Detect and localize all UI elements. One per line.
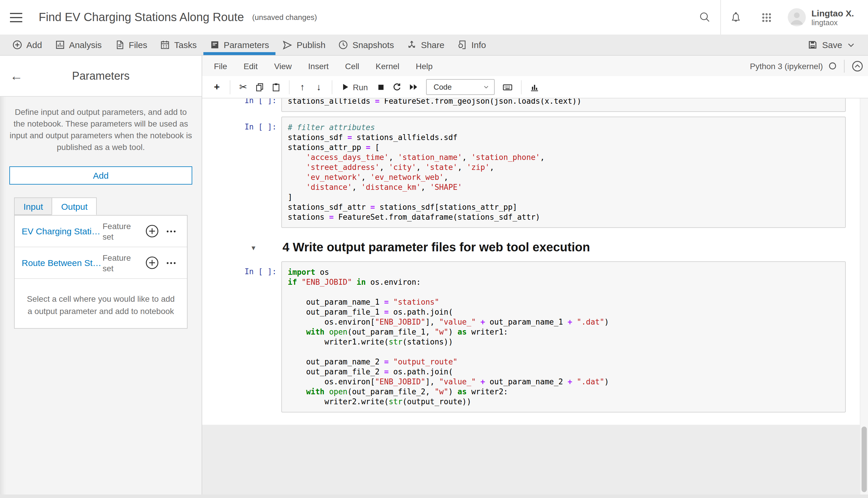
share-icon bbox=[407, 40, 417, 50]
ribbon-item-parameters[interactable]: Parameters bbox=[203, 35, 275, 55]
keyboard-icon bbox=[502, 82, 513, 92]
stop-icon bbox=[377, 83, 385, 91]
code-cell[interactable]: In [ ]:stations_allfields = FeatureSet.f… bbox=[237, 99, 846, 112]
ribbon-item-info[interactable]: Info bbox=[451, 35, 492, 55]
parameter-name-link[interactable]: EV Charging Stati… bbox=[22, 226, 103, 236]
sidebar-helper-text: Select a cell where you would like to ad… bbox=[25, 293, 177, 317]
menu-edit[interactable]: Edit bbox=[235, 61, 266, 70]
menu-file[interactable]: File bbox=[206, 61, 235, 70]
hamburger-menu-icon[interactable] bbox=[0, 0, 32, 35]
notebook-scrollbar[interactable] bbox=[860, 99, 868, 498]
parameter-type: Feature set bbox=[103, 252, 140, 273]
run-label: Run bbox=[353, 82, 368, 92]
ribbon-item-label: Info bbox=[471, 40, 486, 50]
markdown-cell[interactable]: ▼4 Write output parameter files for web … bbox=[237, 233, 846, 261]
notebook-page: In [ ]:stations_allfields = FeatureSet.f… bbox=[202, 99, 860, 425]
add-to-notebook-icon[interactable] bbox=[145, 224, 159, 238]
app-launcher-button[interactable] bbox=[751, 0, 781, 35]
kernel-divider bbox=[844, 60, 844, 73]
save-label: Save bbox=[822, 40, 842, 50]
ribbon-item-tasks[interactable]: Tasks bbox=[154, 35, 203, 55]
analysis-tools-button[interactable] bbox=[527, 79, 542, 95]
fast-forward-icon bbox=[409, 83, 418, 91]
parameter-row: Route Between St…Feature set bbox=[15, 247, 187, 279]
notebook-toolbar: + ✂ ↑ ↓ Run Code bbox=[202, 76, 868, 99]
ribbon-item-publish[interactable]: Publish bbox=[275, 35, 332, 55]
move-cell-up-button[interactable]: ↑ bbox=[295, 79, 310, 95]
cell-type-value: Code bbox=[433, 83, 452, 91]
ribbon-item-files[interactable]: Files bbox=[108, 35, 154, 55]
bar-chart-icon bbox=[530, 82, 539, 92]
ribbon-item-label: Publish bbox=[297, 40, 325, 50]
ribbon-item-snapshots[interactable]: Snapshots bbox=[332, 35, 401, 55]
chevron-down-icon bbox=[847, 41, 855, 49]
search-button[interactable] bbox=[689, 0, 720, 35]
paste-icon bbox=[271, 82, 281, 92]
menu-help[interactable]: Help bbox=[407, 61, 441, 70]
add-to-notebook-icon[interactable] bbox=[145, 256, 159, 270]
restart-kernel-button[interactable] bbox=[389, 79, 405, 95]
copy-icon bbox=[255, 82, 264, 92]
run-icon bbox=[342, 83, 349, 91]
paste-cell-button[interactable] bbox=[269, 79, 284, 95]
code-cell[interactable]: In [ ]:# filter attributes stations_sdf … bbox=[237, 117, 846, 228]
tab-output[interactable]: Output bbox=[52, 197, 97, 215]
active-tab-underline bbox=[203, 52, 275, 55]
menu-view[interactable]: View bbox=[266, 61, 300, 70]
ribbon-item-add[interactable]: Add bbox=[6, 35, 48, 55]
tab-input[interactable]: Input bbox=[14, 197, 52, 215]
parameter-name-link[interactable]: Route Between St… bbox=[22, 258, 103, 268]
row-options-icon[interactable] bbox=[164, 225, 179, 237]
copy-cell-button[interactable] bbox=[252, 79, 267, 95]
code-editor[interactable]: # filter attributes stations_sdf = stati… bbox=[281, 117, 846, 228]
command-palette-button[interactable] bbox=[499, 79, 516, 95]
kernel-name: Python 3 (ipykernel) bbox=[750, 61, 823, 70]
code-editor[interactable]: stations_allfields = FeatureSet.from_geo… bbox=[281, 99, 846, 112]
notebook-title: Find EV Charging Stations Along Route bbox=[39, 11, 244, 24]
menu-insert[interactable]: Insert bbox=[300, 61, 337, 70]
cut-cell-button[interactable]: ✂ bbox=[236, 79, 251, 95]
menu-cell[interactable]: Cell bbox=[337, 61, 367, 70]
restart-icon bbox=[393, 83, 401, 91]
search-icon bbox=[699, 12, 710, 23]
notebook-area: FileEditViewInsertCellKernelHelp Python … bbox=[202, 56, 868, 498]
save-button[interactable]: Save bbox=[795, 35, 868, 55]
stop-kernel-button[interactable] bbox=[373, 79, 388, 95]
cell-type-select[interactable]: Code bbox=[426, 79, 494, 95]
ribbon-item-label: Files bbox=[129, 40, 147, 50]
collapse-section-icon[interactable]: ▼ bbox=[250, 244, 257, 251]
cell-prompt: In [ ]: bbox=[237, 99, 277, 112]
tasks-icon bbox=[160, 40, 170, 50]
ribbon-item-analysis[interactable]: Analysis bbox=[48, 35, 108, 55]
row-options-icon[interactable] bbox=[164, 257, 179, 268]
restart-run-all-button[interactable] bbox=[406, 79, 421, 95]
ribbon-item-label: Tasks bbox=[174, 40, 197, 50]
add-cell-button[interactable]: + bbox=[209, 79, 224, 95]
ribbon-item-label: Parameters bbox=[224, 40, 269, 50]
notifications-button[interactable] bbox=[721, 0, 751, 35]
collapse-panel-icon[interactable] bbox=[852, 60, 863, 72]
output-parameters-panel: EV Charging Stati…Feature setRoute Betwe… bbox=[14, 215, 187, 329]
section-heading: 4 Write output parameter files for web t… bbox=[283, 240, 590, 254]
add-icon bbox=[12, 40, 22, 50]
add-parameter-button[interactable]: Add bbox=[9, 166, 192, 185]
user-menu[interactable]: Lingtao X. lingtaox bbox=[781, 8, 868, 27]
sidebar-header: Parameters ← bbox=[0, 56, 202, 97]
parameter-type: Feature set bbox=[103, 221, 140, 242]
scrollbar-thumb[interactable] bbox=[861, 427, 867, 492]
code-cell[interactable]: In [ ]:import os if "ENB_JOBID" in os.en… bbox=[237, 261, 846, 412]
sidebar-title: Parameters bbox=[0, 69, 202, 82]
ribbon-item-share[interactable]: Share bbox=[400, 35, 451, 55]
parameter-row: EV Charging Stati…Feature set bbox=[15, 215, 187, 247]
menu-kernel[interactable]: Kernel bbox=[367, 61, 407, 70]
ribbon-item-label: Analysis bbox=[69, 40, 102, 50]
run-cell-button[interactable]: Run bbox=[338, 79, 372, 95]
select-chevron-icon bbox=[483, 84, 489, 90]
ribbon-toolbar: AddAnalysisFilesTasksParametersPublishSn… bbox=[0, 35, 868, 56]
move-cell-down-button[interactable]: ↓ bbox=[311, 79, 326, 95]
info-icon bbox=[457, 40, 467, 50]
ribbon-item-label: Snapshots bbox=[352, 40, 394, 50]
snapshots-icon bbox=[338, 40, 348, 50]
unsaved-changes-label: (unsaved changes) bbox=[252, 13, 317, 22]
code-editor[interactable]: import os if "ENB_JOBID" in os.environ: … bbox=[281, 261, 846, 412]
